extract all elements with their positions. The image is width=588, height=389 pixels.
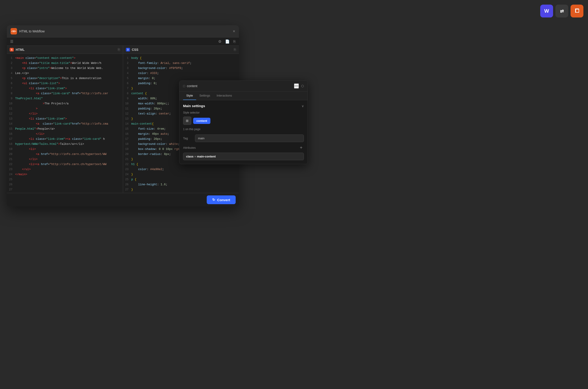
toolbar: ☰ ⚙ 📄 ⎘ xyxy=(7,37,239,46)
html-line-1: 1 <main class="content main-content"> xyxy=(7,56,123,61)
html-line-22: 22 <li><a href="http://info.cern.ch/hype… xyxy=(7,162,123,167)
box-icon: ⧠ xyxy=(574,8,580,14)
html-line-4: 4 Lee.</p> xyxy=(7,71,123,76)
convert-button[interactable]: ↻ Convert xyxy=(207,195,236,204)
add-attribute-button[interactable]: + xyxy=(298,145,304,150)
chevron-down-icon[interactable]: ∨ xyxy=(302,104,304,108)
html-copy-button[interactable]: ⎘ xyxy=(118,48,120,52)
tab-interactions-label: Interactions xyxy=(217,94,232,97)
copy-icon: ⎘ xyxy=(118,48,120,52)
convert-label: Convert xyxy=(217,198,230,202)
css-line-5: 5 margin: 0; xyxy=(123,76,239,81)
html-line-6: 6 <ul class="link-list"> xyxy=(7,81,123,86)
html-line-7: 7 <li class="link-item"> xyxy=(7,86,123,91)
attr-equals: = xyxy=(194,155,197,158)
gear-icon: ⚙ xyxy=(218,39,222,43)
tag-input[interactable]: main xyxy=(195,134,304,142)
file-icon: 📄 xyxy=(225,39,230,43)
file-button[interactable]: 📄 xyxy=(225,39,230,44)
webflow-inspector-panel: □ content ••• ⬡ Style Settings Interacti… xyxy=(179,80,308,164)
plus-icon: + xyxy=(300,145,303,150)
settings-button[interactable]: ⚙ xyxy=(218,39,222,44)
wf-tabs: Style Settings Interactions xyxy=(179,92,308,100)
titlebar: <W> HTML to Webflow × xyxy=(7,25,239,37)
page-count: 1 on this page xyxy=(183,128,304,131)
html-line-10: 10 >The Project</a xyxy=(7,101,123,106)
html-line-19: 19 <li> xyxy=(7,147,123,152)
window-title: HTML to Webflow xyxy=(19,30,45,33)
htmltowebflow-icon[interactable]: ⧠ xyxy=(571,5,583,17)
css-line-27: 27 } xyxy=(123,187,239,192)
tab-interactions[interactable]: Interactions xyxy=(213,92,235,100)
css-line-2: 2 font-family: Arial, sans-serif; xyxy=(123,61,239,66)
export-button[interactable]: ⎘ xyxy=(233,39,236,44)
tab-settings[interactable]: Settings xyxy=(196,92,213,100)
close-button[interactable]: × xyxy=(233,29,235,34)
css-line-1: 1 body { xyxy=(123,56,239,61)
css-line-23: 23 color: #4a90e2; xyxy=(123,167,239,172)
html-panel-header-left: 5 HTML xyxy=(10,48,25,52)
top-bar: W ⇄ ⧠ xyxy=(540,5,583,17)
html-line-17: 17 <li class="link-item"><a class="link-… xyxy=(7,136,123,142)
attr-key: class xyxy=(186,155,194,158)
html-line-14: 14 <a class="link-card"href="http://info… xyxy=(7,121,123,127)
selector-row: ⊞ content xyxy=(183,117,304,125)
html-line-24: 24 </main> xyxy=(7,172,123,177)
tab-style[interactable]: Style xyxy=(183,92,196,100)
html-line-16: 16 </li> xyxy=(7,131,123,136)
html-line-23: 23 </ul> xyxy=(7,167,123,172)
html-line-13: 13 <li class="link-item"> xyxy=(7,116,123,121)
style-selector-label: Style selector xyxy=(183,111,304,114)
html-line-18: 18 hypertext/WWW/Talks.html">Talks</a></… xyxy=(7,142,123,147)
css-badge: 3 xyxy=(126,48,130,52)
toolbar-actions: ⚙ 📄 ⎘ xyxy=(218,39,236,44)
html-line-20: 20 <a href="http://info.cern.ch/hypertex… xyxy=(7,152,123,157)
html-panel: 5 HTML ⎘ 1 <main class="content main-con… xyxy=(7,46,123,193)
tab-settings-label: Settings xyxy=(199,94,210,97)
css-line-3: 3 background-color: #f0f0f0; xyxy=(123,66,239,71)
element-name: content xyxy=(187,84,197,88)
css-line-28: 28 ul { xyxy=(123,192,239,193)
html-line-26: 26 xyxy=(7,182,123,187)
html-line-21: 21 </li> xyxy=(7,157,123,162)
html-line-9: 9 TheProject.html" xyxy=(7,96,123,101)
wf-body: Main settings ∨ Style selector ⊞ content… xyxy=(179,100,308,164)
html-panel-header: 5 HTML ⎘ xyxy=(7,46,123,54)
css-line-4: 4 color: #333; xyxy=(123,71,239,76)
attributes-row: Attributes + xyxy=(183,145,304,150)
hamburger-icon: ☰ xyxy=(10,39,13,43)
css-panel-header-left: 3 CSS xyxy=(126,48,139,52)
css-line-24: 24 } xyxy=(123,172,239,177)
webflow-icon[interactable]: W xyxy=(540,5,553,17)
more-options-button[interactable]: ••• xyxy=(294,83,299,89)
convert-arrows-icon[interactable]: ⇄ xyxy=(555,5,568,17)
tag-row: Tag main xyxy=(183,134,304,142)
html-line-3: 3 <p class="intro">Welcome to the World … xyxy=(7,66,123,71)
cube-icon: ⬡ xyxy=(301,84,304,88)
wf-header-right: ••• ⬡ xyxy=(294,83,304,89)
css-copy-button[interactable]: ⎘ xyxy=(234,48,236,52)
main-settings-title: Main settings xyxy=(183,104,205,108)
app-icon: <W> xyxy=(11,28,17,34)
html-line-15: 15 People.html">People</a> xyxy=(7,127,123,131)
html-line-12: 12 </li> xyxy=(7,111,123,116)
titlebar-left: <W> HTML to Webflow xyxy=(11,28,45,34)
html-line-28: 28 xyxy=(7,192,123,193)
html-badge: 5 xyxy=(10,48,14,52)
css-panel-header: 3 CSS ⎘ xyxy=(123,46,239,54)
selector-badge[interactable]: content xyxy=(193,118,210,124)
menu-button[interactable]: ☰ xyxy=(10,39,13,44)
html-line-5: 5 <p class="description">This is a demon… xyxy=(7,76,123,81)
css-panel-title: CSS xyxy=(132,48,139,52)
html-line-11: 11 > xyxy=(7,106,123,111)
selector-icon-button[interactable]: ⊞ xyxy=(183,117,191,125)
html-code-content[interactable]: 1 <main class="content main-content"> 2 … xyxy=(7,54,123,193)
copy-icon: ⎘ xyxy=(234,48,236,52)
html-line-25: 25 xyxy=(7,177,123,182)
attribute-badge: class = main-content xyxy=(183,153,304,160)
element-icon: □ xyxy=(183,84,185,88)
html-line-2: 2 <h1 class="title main-title">World Wid… xyxy=(7,61,123,66)
attributes-label: Attributes xyxy=(183,146,196,149)
main-settings-header: Main settings ∨ xyxy=(183,104,304,108)
convert-icon: ↻ xyxy=(212,198,215,202)
